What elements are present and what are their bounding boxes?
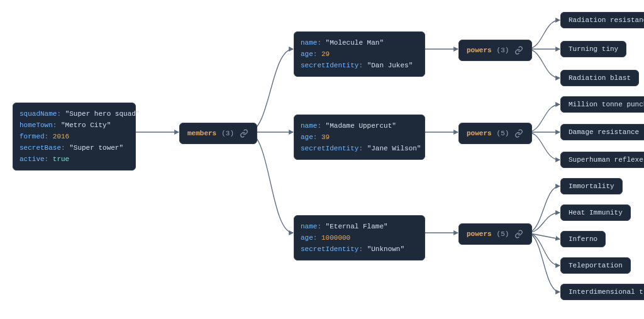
kv-secretIdentity: secretIdentity: "Jane Wilson" xyxy=(301,143,418,154)
kv-secretIdentity: secretIdentity: "Unknown" xyxy=(301,243,418,255)
kv-homeTown: homeTown: "Metro City" xyxy=(19,120,129,131)
array-name-label: powers xyxy=(467,230,492,238)
kv-name: name: "Eternal Flame" xyxy=(301,221,418,232)
link-icon xyxy=(514,45,524,55)
member-object-node[interactable]: name: "Eternal Flame" age: 1000000 secre… xyxy=(294,215,425,260)
kv-age: age: 29 xyxy=(301,48,418,60)
kv-formed: formed: 2016 xyxy=(19,131,129,142)
power-leaf-node[interactable]: Turning tiny xyxy=(560,41,626,57)
power-leaf-node[interactable]: Radiation blast xyxy=(560,70,639,86)
powers-array-node[interactable]: powers (5) xyxy=(458,223,532,245)
kv-active: active: true xyxy=(19,154,129,165)
power-leaf-node[interactable]: Immortality xyxy=(560,178,623,194)
link-icon xyxy=(514,229,524,239)
array-count-label: (5) xyxy=(497,230,509,238)
root-object-node[interactable]: squadName: "Super hero squad" homeTown: … xyxy=(13,103,136,171)
array-name-label: powers xyxy=(467,130,492,137)
power-leaf-node[interactable]: Teleportation xyxy=(560,257,631,274)
power-leaf-node[interactable]: Superhuman reflexes xyxy=(560,152,644,168)
power-leaf-node[interactable]: Radiation resistance xyxy=(560,12,644,28)
member-object-node[interactable]: name: "Madame Uppercut" age: 39 secretId… xyxy=(294,115,425,160)
kv-name: name: "Molecule Man" xyxy=(301,37,418,48)
power-leaf-node[interactable]: Interdimensional travel xyxy=(560,284,644,300)
powers-array-node[interactable]: powers (5) xyxy=(458,123,532,144)
array-name-label: powers xyxy=(467,47,492,54)
kv-squadName: squadName: "Super hero squad" xyxy=(19,108,129,120)
kv-secretIdentity: secretIdentity: "Dan Jukes" xyxy=(301,60,418,71)
powers-array-node[interactable]: powers (3) xyxy=(458,40,532,61)
link-icon xyxy=(239,128,249,138)
kv-age: age: 39 xyxy=(301,132,418,143)
power-leaf-node[interactable]: Heat Immunity xyxy=(560,204,631,221)
kv-age: age: 1000000 xyxy=(301,232,418,243)
kv-name: name: "Madame Uppercut" xyxy=(301,120,418,132)
array-count-label: (3) xyxy=(221,130,234,137)
member-object-node[interactable]: name: "Molecule Man" age: 29 secretIdent… xyxy=(294,31,425,77)
power-leaf-node[interactable]: Million tonne punch xyxy=(560,96,644,113)
members-array-node[interactable]: members (3) xyxy=(179,123,257,144)
array-name-label: members xyxy=(187,130,216,137)
kv-secretBase: secretBase: "Super tower" xyxy=(19,142,129,154)
power-leaf-node[interactable]: Inferno xyxy=(560,231,606,247)
power-leaf-node[interactable]: Damage resistance xyxy=(560,124,644,140)
link-icon xyxy=(514,128,524,138)
array-count-label: (3) xyxy=(497,47,509,54)
array-count-label: (5) xyxy=(497,130,509,137)
